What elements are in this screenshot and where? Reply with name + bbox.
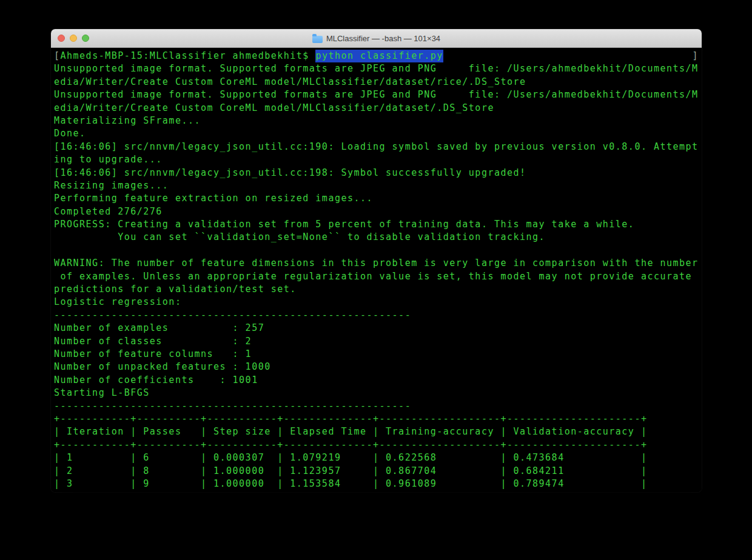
terminal-line: ing to upgrade...	[54, 153, 699, 166]
terminal-line: edia/Writer/Create Custom CoreML model/M…	[54, 102, 699, 115]
terminal-line: Starting L-BFGS	[54, 387, 699, 399]
terminal-line: edia/Writer/Create Custom CoreML model/M…	[54, 76, 699, 88]
table-header-line: | Iteration | Passes | Step size | Elaps…	[54, 425, 699, 438]
terminal-line-blank	[54, 244, 699, 257]
terminal-line: [16:46:06] src/nnvm/legacy_json_util.cc:…	[54, 141, 699, 153]
titlebar[interactable]: MLClassifier — -bash — 101×34	[51, 29, 702, 48]
minimize-button[interactable]	[70, 35, 77, 42]
folder-icon[interactable]	[312, 36, 323, 43]
title-area: MLClassifier — -bash — 101×34	[312, 34, 440, 43]
terminal-line: Unsupported image format. Supported form…	[54, 88, 699, 101]
prompt-mark-open: [	[54, 50, 61, 62]
table-border-line: +-----------+----------+-----------+----…	[54, 439, 699, 452]
window-title: MLClassifier — -bash — 101×34	[326, 34, 440, 43]
terminal-line: of examples. Unless an appropriate regul…	[54, 270, 699, 283]
terminal-stat-line: Number of examples : 257	[54, 322, 699, 335]
traffic-lights	[58, 29, 89, 47]
prompt-text: Ahmeds-MBP-15:MLClassifier ahmedbekhit$	[61, 50, 316, 62]
terminal-line: Completed 276/276	[54, 205, 699, 218]
table-row-line: | 2 | 8 | 1.000000 | 1.123957 | 0.867704…	[54, 465, 699, 478]
terminal-line: Materializing SFrame...	[54, 115, 699, 127]
prompt-mark-close: ]	[692, 50, 699, 62]
close-button[interactable]	[58, 35, 65, 42]
terminal-line: You can set ``validation_set=None`` to d…	[54, 231, 699, 244]
terminal-stat-line: Number of classes : 2	[54, 335, 699, 348]
prompt-line: [Ahmeds-MBP-15:MLClassifier ahmedbekhit$…	[54, 50, 699, 62]
table-row-line: | 3 | 9 | 1.000000 | 1.153584 | 0.961089…	[54, 478, 699, 490]
terminal-line: Logistic regression:	[54, 296, 699, 308]
terminal-stat-line: Number of unpacked features : 1000	[54, 361, 699, 373]
terminal-line: predictions for a validation/test set.	[54, 283, 699, 296]
terminal-line: PROGRESS: Creating a validation set from…	[54, 218, 699, 231]
terminal-line: [16:46:06] src/nnvm/legacy_json_util.cc:…	[54, 167, 699, 179]
table-border-line: +-----------+----------+-----------+----…	[54, 413, 699, 425]
terminal-line: Unsupported image format. Supported form…	[54, 62, 699, 75]
terminal-separator-line: ----------------------------------------…	[54, 309, 699, 322]
selected-command-text: python classifier.py	[315, 50, 443, 62]
table-row-line: | 1 | 6 | 0.000307 | 1.079219 | 0.622568…	[54, 452, 699, 464]
zoom-button[interactable]	[82, 35, 89, 42]
terminal-screen[interactable]: [Ahmeds-MBP-15:MLClassifier ahmedbekhit$…	[51, 48, 702, 492]
terminal-stat-line: Number of coefficients : 1001	[54, 374, 699, 387]
terminal-stat-line: Number of feature columns : 1	[54, 348, 699, 361]
terminal-line: WARNING: The number of feature dimension…	[54, 257, 699, 270]
terminal-separator-line: ----------------------------------------…	[54, 400, 699, 413]
terminal-line: Resizing images...	[54, 179, 699, 192]
terminal-window: MLClassifier — -bash — 101×34 [Ahmeds-MB…	[51, 29, 702, 492]
terminal-line: Done.	[54, 127, 699, 140]
terminal-line: Performing feature extraction on resized…	[54, 192, 699, 205]
